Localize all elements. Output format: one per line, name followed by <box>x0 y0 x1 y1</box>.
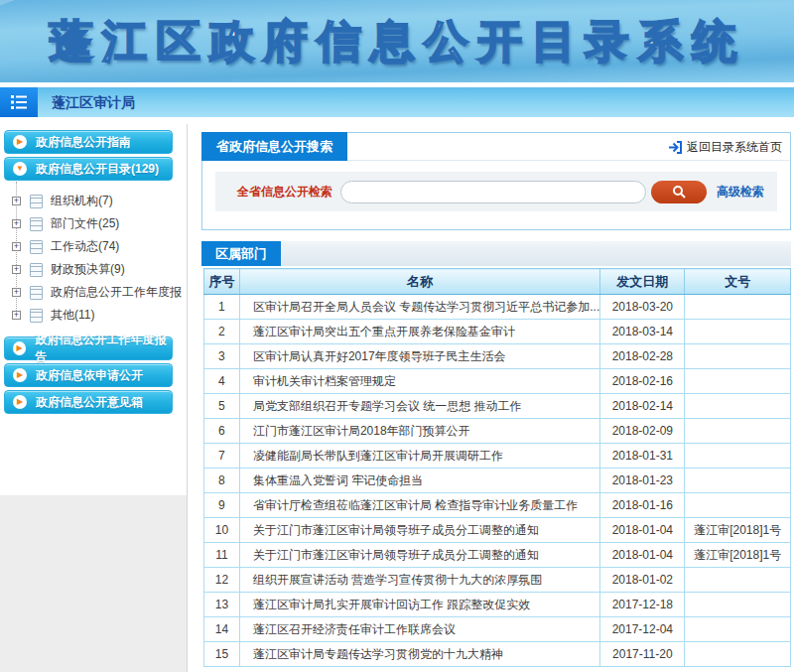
province-search-panel: 省政府信息公开搜索 返回目录系统首页 全省信息公开检索 高级检索 <box>201 132 791 230</box>
sidebar-button[interactable]: ▶ 政府信息公开意见箱 <box>4 390 173 414</box>
tree-expand-icon[interactable]: + <box>12 242 21 251</box>
tree-item[interactable]: + 财政预决算(9) <box>4 258 175 281</box>
search-strip: 全省信息公开检索 高级检索 <box>215 172 777 211</box>
table-row: 12 组织开展宣讲活动 营造学习宣传贯彻十九大的浓厚氛围 2018-01-02 <box>204 568 791 593</box>
tree-item-label: 其他(11) <box>51 307 94 324</box>
row-title-link[interactable]: 关于江门市蓬江区审计局领导班子成员分工调整的通知 <box>239 518 599 543</box>
tree-item[interactable]: + 其他(11) <box>4 304 175 327</box>
row-title-link[interactable]: 区审计局认真开好2017年度领导班子民主生活会 <box>239 344 599 369</box>
tab-district-departments[interactable]: 区属部门 <box>201 241 281 266</box>
row-date-cell: 2018-02-14 <box>600 394 685 419</box>
row-docno-cell <box>685 469 791 493</box>
row-title-link[interactable]: 蓬江区审计局扎实开展审计回访工作 跟踪整改促实效 <box>239 593 599 617</box>
table-row: 1 区审计局召开全局人员会议 专题传达学习贯彻习近平总书记参加... 2018-… <box>204 295 791 320</box>
document-icon <box>30 286 43 300</box>
table-row: 11 关于江门市蓬江区审计局领导班子成员分工调整的通知 2018-01-04 蓬… <box>204 543 791 568</box>
table-row: 13 蓬江区审计局扎实开展审计回访工作 跟踪整改促实效 2017-12-18 <box>204 593 791 617</box>
sidebar-button-label: 政府信息公开工作年度报告 <box>35 332 172 365</box>
tree-expand-icon[interactable]: + <box>12 197 21 205</box>
row-index-cell: 14 <box>204 617 240 642</box>
row-docno-cell <box>685 295 791 320</box>
col-header-title: 名称 <box>239 269 599 295</box>
row-docno-cell <box>685 320 791 344</box>
tree-expand-icon[interactable]: + <box>12 311 21 320</box>
sidebar-button-label: 政府信息公开指南 <box>36 134 131 151</box>
tree-item-label: 财政预决算(9) <box>51 261 125 278</box>
advanced-search-link[interactable]: 高级检索 <box>717 184 764 201</box>
row-title-link[interactable]: 省审计厅检查组莅临蓬江区审计局 检查指导审计业务质量工作 <box>239 493 599 518</box>
table-row: 5 局党支部组织召开专题学习会议 统一思想 推动工作 2018-02-14 <box>204 394 791 419</box>
row-date-cell: 2018-01-31 <box>600 444 685 469</box>
row-index-cell: 4 <box>204 369 240 394</box>
row-docno-cell <box>685 568 791 593</box>
list-icon <box>0 87 38 117</box>
row-title-link[interactable]: 蓬江区审计局专题传达学习贯彻党的十九大精神 <box>239 642 599 667</box>
tab-province-search[interactable]: 省政府信息公开搜索 <box>201 132 347 161</box>
sidebar-button[interactable]: ▶ 政府信息公开工作年度报告 <box>4 336 173 360</box>
tree-item-label: 政府信息公开工作年度报 <box>51 284 182 301</box>
row-date-cell: 2018-01-02 <box>600 568 685 593</box>
tree-expand-icon[interactable]: + <box>12 265 21 274</box>
page-background-lower-left <box>0 495 187 672</box>
row-title-link[interactable]: 集体重温入党誓词 牢记使命担当 <box>239 469 599 493</box>
tree-item[interactable]: + 部门文件(25) <box>4 212 175 235</box>
sidebar-button[interactable]: ▼ 政府信息公开目录(129) <box>4 157 173 181</box>
row-title-link[interactable]: 局党支部组织召开专题学习会议 统一思想 推动工作 <box>239 394 599 419</box>
tree-item-label: 工作动态(74) <box>51 238 119 255</box>
row-docno-cell <box>685 642 791 667</box>
table-row: 8 集体重温入党誓词 牢记使命担当 2018-01-23 <box>204 469 791 493</box>
row-date-cell: 2017-12-04 <box>600 617 685 642</box>
arrow-bullet-icon: ▶ <box>13 135 27 149</box>
tree-expand-icon[interactable]: + <box>12 288 21 297</box>
document-icon <box>30 240 43 254</box>
search-input[interactable] <box>340 181 646 203</box>
row-date-cell: 2018-01-16 <box>600 493 685 518</box>
row-date-cell: 2018-01-04 <box>600 543 685 568</box>
row-date-cell: 2018-02-16 <box>600 369 685 394</box>
sidebar-divider <box>187 124 188 672</box>
row-index-cell: 15 <box>204 642 240 667</box>
sidebar-button-label: 政府信息依申请公开 <box>36 367 143 384</box>
tree-item-label: 部门文件(25) <box>51 215 119 232</box>
sidebar: ▶ 政府信息公开指南 ▼ 政府信息公开目录(129) + 组织机构(7) + 部… <box>4 130 175 417</box>
sidebar-bottom-buttons: ▶ 政府信息公开工作年度报告 ▶ 政府信息依申请公开 ▶ 政府信息公开意见箱 <box>4 336 175 414</box>
col-header-index: 序号 <box>204 269 240 295</box>
row-title-link[interactable]: 蓬江区召开经济责任审计工作联席会议 <box>239 617 599 642</box>
table-row: 2 蓬江区审计局突出五个重点开展养老保险基金审计 2018-03-14 <box>204 320 791 344</box>
row-index-cell: 9 <box>204 493 240 518</box>
row-docno-cell <box>685 593 791 617</box>
table-row: 6 江门市蓬江区审计局2018年部门预算公开 2018-02-09 <box>204 419 791 444</box>
tree-item[interactable]: + 组织机构(7) <box>4 190 175 212</box>
table-header-row: 序号 名称 发文日期 文号 <box>204 269 791 295</box>
row-title-link[interactable]: 审计机关审计档案管理规定 <box>239 369 599 394</box>
row-title-link[interactable]: 组织开展宣讲活动 营造学习宣传贯彻十九大的浓厚氛围 <box>239 568 599 593</box>
search-panel-tab-row: 省政府信息公开搜索 返回目录系统首页 <box>202 133 790 161</box>
arrow-bullet-icon: ▶ <box>13 368 27 382</box>
document-icon <box>30 217 43 231</box>
row-date-cell: 2017-11-20 <box>600 642 685 667</box>
row-index-cell: 3 <box>204 344 240 369</box>
row-title-link[interactable]: 凌健能副局长带队到蓬江区审计局开展调研工作 <box>239 444 599 469</box>
row-title-link[interactable]: 蓬江区审计局突出五个重点开展养老保险基金审计 <box>239 320 599 344</box>
return-home-link[interactable]: 返回目录系统首页 <box>668 133 782 161</box>
document-icon <box>30 309 43 323</box>
row-title-link[interactable]: 区审计局召开全局人员会议 专题传达学习贯彻习近平总书记参加... <box>239 295 599 320</box>
row-index-cell: 6 <box>204 419 240 444</box>
table-row: 10 关于江门市蓬江区审计局领导班子成员分工调整的通知 2018-01-04 蓬… <box>204 518 791 543</box>
tree-item[interactable]: + 工作动态(74) <box>4 235 175 258</box>
sidebar-button[interactable]: ▶ 政府信息公开指南 <box>4 130 173 154</box>
table-row: 9 省审计厅检查组莅临蓬江区审计局 检查指导审计业务质量工作 2018-01-1… <box>204 493 791 518</box>
sidebar-button[interactable]: ▶ 政府信息依申请公开 <box>4 363 173 387</box>
row-index-cell: 1 <box>204 295 240 320</box>
tree-expand-icon[interactable]: + <box>12 219 21 228</box>
row-docno-cell <box>685 344 791 369</box>
search-button[interactable] <box>651 181 707 203</box>
return-home-label: 返回目录系统首页 <box>687 139 782 156</box>
tree-item[interactable]: + 政府信息公开工作年度报 <box>4 281 175 304</box>
row-title-link[interactable]: 江门市蓬江区审计局2018年部门预算公开 <box>239 419 599 444</box>
row-date-cell: 2018-03-14 <box>600 320 685 344</box>
row-docno-cell <box>685 617 791 642</box>
row-date-cell: 2018-02-09 <box>600 419 685 444</box>
row-title-link[interactable]: 关于江门市蓬江区审计局领导班子成员分工调整的通知 <box>239 543 599 568</box>
row-docno-cell <box>685 394 791 419</box>
